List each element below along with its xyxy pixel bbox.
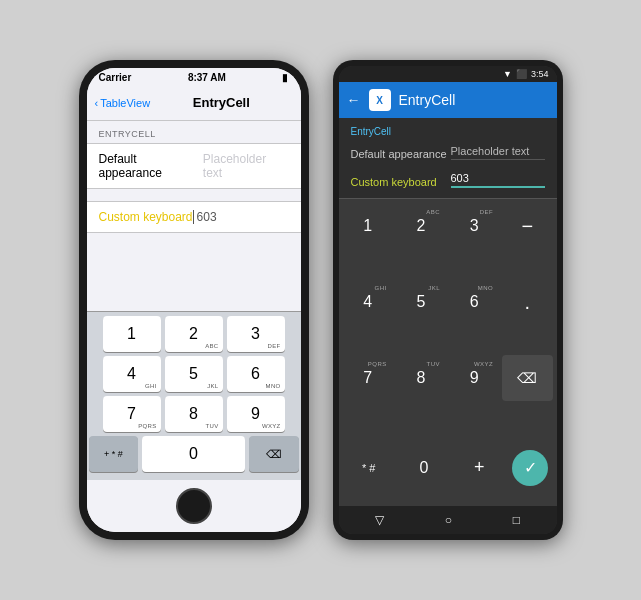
main-container: Carrier 8:37 AM ▮ ‹ TableView EntryCell … [0, 0, 641, 600]
android-section-label: EntryCell [351, 126, 545, 137]
android-key-7[interactable]: 7PQRS [343, 355, 393, 401]
ios-key-9[interactable]: 9WXYZ [227, 396, 285, 432]
android-time: 3:54 [531, 69, 549, 79]
ios-nav-bar: ‹ TableView EntryCell [87, 85, 301, 121]
ios-custom-cell[interactable]: Custom keyboard 603 [87, 201, 301, 233]
ios-time: 8:37 AM [188, 72, 226, 83]
ios-back-label: TableView [100, 97, 150, 109]
ios-default-placeholder: Placeholder text [203, 152, 289, 180]
android-back-button[interactable]: ← [347, 92, 361, 108]
ios-key-8[interactable]: 8TUV [165, 396, 223, 432]
android-battery-icon: ⬛ [516, 69, 527, 79]
android-key-star-hash[interactable]: * # [343, 462, 395, 474]
android-key-row-1: 1 2ABC 3DEF − [343, 203, 553, 276]
ios-phone: Carrier 8:37 AM ▮ ‹ TableView EntryCell … [79, 60, 309, 540]
ios-key-row-2: 4GHI 5JKL 6MNO [89, 356, 299, 392]
android-keyboard: 1 2ABC 3DEF − 4GHI 5JKL 6MNO . 7PQRS 8TU… [339, 198, 557, 506]
android-key-1[interactable]: 1 [343, 203, 393, 249]
android-nav-bar: ← X EntryCell [339, 82, 557, 118]
ios-keyboard: 1 2ABC 3DEF 4GHI 5JKL 6MNO 7PQRS 8TUV 9W… [87, 311, 301, 480]
android-xamarin-logo: X [369, 89, 391, 111]
android-custom-row[interactable]: Custom keyboard 603 [351, 172, 545, 188]
android-nav-bottom: ▽ ○ □ [339, 506, 557, 534]
android-nav-title: EntryCell [399, 92, 456, 108]
ios-content: ENTRYCELL Default appearance Placeholder… [87, 121, 301, 311]
ios-battery: ▮ [282, 72, 288, 83]
android-key-4[interactable]: 4GHI [343, 279, 393, 325]
android-phone: ▼ ⬛ 3:54 ← X EntryCell EntryCell Default… [333, 60, 563, 540]
android-key-done[interactable]: ✓ [512, 450, 548, 486]
ios-nav-title: EntryCell [150, 95, 292, 110]
ios-key-6[interactable]: 6MNO [227, 356, 285, 392]
android-key-row-4: * # 0 + ✓ [343, 431, 553, 504]
android-default-row[interactable]: Default appearance Placeholder text [351, 145, 545, 160]
android-default-label: Default appearance [351, 148, 451, 160]
ios-key-special[interactable]: + * # [89, 436, 139, 472]
android-nav-back-icon[interactable]: ▽ [375, 513, 384, 527]
android-key-2[interactable]: 2ABC [396, 203, 446, 249]
android-custom-label: Custom keyboard [351, 176, 451, 188]
ios-key-4[interactable]: 4GHI [103, 356, 161, 392]
android-key-8[interactable]: 8TUV [396, 355, 446, 401]
ios-home-area [87, 480, 301, 532]
android-key-0[interactable]: 0 [398, 459, 450, 477]
android-key-6[interactable]: 6MNO [449, 279, 499, 325]
android-status-bar: ▼ ⬛ 3:54 [339, 66, 557, 82]
ios-status-bar: Carrier 8:37 AM ▮ [87, 68, 301, 85]
android-key-dot[interactable]: . [502, 279, 552, 325]
ios-carrier: Carrier [99, 72, 132, 83]
android-key-delete[interactable]: ⌫ [502, 355, 552, 401]
ios-key-row-1: 1 2ABC 3DEF [89, 316, 299, 352]
ios-custom-value: 603 [193, 210, 217, 224]
android-key-5[interactable]: 5JKL [396, 279, 446, 325]
ios-key-7[interactable]: 7PQRS [103, 396, 161, 432]
ios-screen: Carrier 8:37 AM ▮ ‹ TableView EntryCell … [87, 68, 301, 532]
ios-default-cell[interactable]: Default appearance Placeholder text [87, 143, 301, 189]
android-default-placeholder: Placeholder text [451, 145, 545, 160]
ios-key-0[interactable]: 0 [142, 436, 245, 472]
ios-key-3[interactable]: 3DEF [227, 316, 285, 352]
ios-key-5[interactable]: 5JKL [165, 356, 223, 392]
ios-key-2[interactable]: 2ABC [165, 316, 223, 352]
android-nav-home-icon[interactable]: ○ [445, 513, 452, 527]
android-key-row-3: 7PQRS 8TUV 9WXYZ ⌫ [343, 355, 553, 428]
android-nav-recent-icon[interactable]: □ [513, 513, 520, 527]
android-signal-icon: ▼ [503, 69, 512, 79]
android-key-9[interactable]: 9WXYZ [449, 355, 499, 401]
ios-key-delete[interactable]: ⌫ [249, 436, 299, 472]
ios-default-label: Default appearance [99, 152, 203, 180]
ios-key-row-4: + * # 0 ⌫ [89, 436, 299, 472]
android-key-row-2: 4GHI 5JKL 6MNO . [343, 279, 553, 352]
android-key-minus[interactable]: − [502, 203, 552, 249]
ios-home-button[interactable] [176, 488, 212, 524]
ios-custom-label: Custom keyboard [99, 210, 193, 224]
ios-key-row-3: 7PQRS 8TUV 9WXYZ [89, 396, 299, 432]
ios-key-1[interactable]: 1 [103, 316, 161, 352]
android-screen: ▼ ⬛ 3:54 ← X EntryCell EntryCell Default… [339, 66, 557, 534]
android-content: EntryCell Default appearance Placeholder… [339, 118, 557, 198]
ios-section-header: ENTRYCELL [87, 121, 301, 143]
android-key-3[interactable]: 3DEF [449, 203, 499, 249]
ios-back-chevron: ‹ [95, 97, 99, 109]
android-key-plus[interactable]: + [453, 457, 505, 478]
ios-back-button[interactable]: ‹ TableView [95, 97, 151, 109]
android-custom-value: 603 [451, 172, 545, 188]
